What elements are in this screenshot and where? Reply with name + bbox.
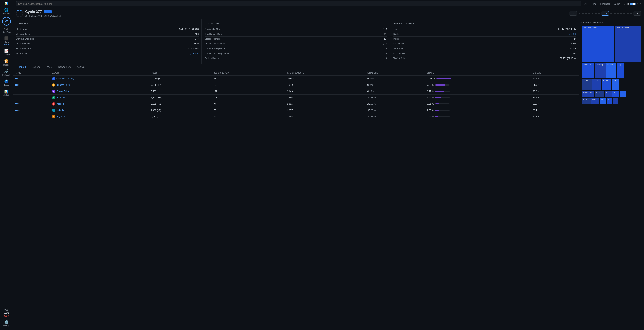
table-row: 5 P Posdog 2,562 (-11)942,516100.02 % 3.… [13, 101, 579, 107]
sigma-share-cell: 32.5 % [530, 94, 579, 101]
cycle-nav-right[interactable]: 384 [633, 11, 641, 16]
cycle-nav-dot-4[interactable] [588, 12, 590, 14]
baker-link[interactable]: C Coinbase Custody [52, 77, 147, 80]
cycle-nav-dot-7[interactable] [598, 12, 600, 14]
sidebar-item-activity[interactable]: 📈 Activity [0, 48, 13, 58]
sidebar-item-block[interactable]: ⬛ Block 1,546,802 [0, 35, 13, 48]
cycle-nav-current[interactable]: 377 [601, 11, 609, 16]
tab-losers[interactable]: Losers [43, 64, 56, 70]
api-link[interactable]: API [584, 2, 588, 5]
usd-section: USD 2.93 -0.3 % [3, 307, 10, 318]
tab-gainers[interactable]: Gainers [29, 64, 43, 70]
treemap-cell[interactable]: Everstake [582, 90, 594, 97]
rank-cell: 4 [13, 94, 50, 101]
treemap-cell-label: Binance Baker [616, 26, 629, 28]
cycle-nav-dot-10[interactable] [617, 12, 619, 14]
info-value: 85,168 [570, 47, 576, 50]
rolls-cell: 11,200 (+37) [149, 76, 211, 82]
treemap-cell[interactable]: Foundat..6 [591, 98, 599, 104]
info-value[interactable]: 1,544,274 [189, 52, 198, 55]
feedback-link[interactable]: Feedback [600, 2, 610, 5]
treemap-cell[interactable]: Foundat..1 [582, 98, 591, 104]
tab-inactive[interactable]: Inactive [74, 64, 88, 70]
rank-cell: 3 [13, 88, 50, 94]
treemap-cell[interactable]: Tezg.. [613, 98, 618, 104]
baker-cell: C Coinbase Custody [50, 76, 149, 82]
cycle-nav-dot-13[interactable] [627, 12, 628, 14]
search-input[interactable] [16, 1, 582, 6]
treemap-cell[interactable]: Foundat..4 [592, 78, 602, 90]
cycle-nav-dot-12[interactable] [624, 12, 625, 14]
cycle-nav-dot-1[interactable] [578, 12, 580, 14]
sidebar-item-markets[interactable]: 📊 Markets [0, 88, 13, 98]
cycle-nav-dot-5[interactable] [592, 12, 593, 14]
baker-link[interactable]: E Everstake [52, 96, 147, 99]
protocols-label: Protocols [2, 74, 11, 76]
block-icon: ⬛ [4, 36, 9, 40]
baker-link[interactable]: P PayTezos [52, 115, 147, 118]
cycle-dates: Jul 5, 2021 17:52 – Jul 8, 2021 15:19 [25, 14, 61, 17]
info-row: Block1,519,360 [393, 32, 576, 36]
treemap-cell[interactable]: P2P Val..or [595, 90, 604, 97]
info-label: Priority Min-Max [204, 28, 220, 30]
cycle-nav-dot-8[interactable] [610, 12, 612, 14]
share-cell: 3.01 % [425, 101, 530, 107]
treemap-cell[interactable]: Foundat..3 [604, 90, 612, 97]
cycle-nav-dot-11[interactable] [620, 12, 622, 14]
baker-link[interactable]: K Kraken Baker [52, 90, 147, 93]
treemap-cell[interactable]: Binance Baker [615, 26, 642, 62]
election-label: Election [3, 84, 10, 86]
baker-link[interactable]: B Binance Baker [52, 84, 147, 87]
rolls-cell: 2,495 (+2) [149, 107, 211, 114]
snapshot-rows: TimeJun 17, 2021 15:44Block1,519,360Inde… [393, 27, 576, 61]
treemap-cell[interactable]: Chorus..ne [620, 90, 626, 97]
endorsements-cell: 10,912 [285, 76, 364, 82]
treemap-cell[interactable]: Coinbase Custody [582, 26, 614, 62]
treemap-cell[interactable]: Foundat..8 [612, 78, 620, 90]
currency-toggle[interactable] [630, 2, 636, 6]
share-progress-fill [435, 110, 439, 111]
sidebar-item-cycle[interactable]: Cycle +1d 47min [0, 26, 13, 35]
cycle-nav-dot-2[interactable] [582, 12, 584, 14]
treemap-cell[interactable]: Staked [600, 98, 606, 104]
tab-top-20[interactable]: Top 20 [16, 64, 29, 70]
cycle-date-separator: – [42, 14, 44, 17]
baker-link[interactable]: P Posdog [52, 102, 147, 106]
guide-link[interactable]: Guide [614, 2, 620, 5]
cycle-nav-dot-6[interactable] [595, 12, 596, 14]
endorsements-cell: 2,516 [285, 101, 364, 107]
share-cell: 2.93 % [425, 107, 530, 114]
treemap-cell[interactable]: tz3gt..RS [607, 98, 613, 104]
sidebar-item-settings[interactable]: ⚙️ Settings [2, 318, 11, 328]
topnav-links: API Blog Feedback Guide USD XTZ [584, 2, 641, 6]
tab-newcomers[interactable]: Newcomers [56, 64, 74, 70]
treemap-cell[interactable]: Foundat..5 [582, 78, 592, 90]
treemap-cell-label: Posdog [596, 64, 603, 66]
blog-link[interactable]: Blog [592, 2, 596, 5]
treemap-cell[interactable]: stakefish [606, 63, 616, 78]
treemap-cell[interactable]: Kraken Baker [582, 63, 594, 78]
settings-label: Settings [3, 324, 10, 327]
cycle-nav-dot-9[interactable] [614, 12, 616, 14]
cycle-badge[interactable]: 377 [2, 17, 11, 26]
sidebar-item-protocols[interactable]: 🔗 Protocols [0, 68, 13, 78]
table-row: 1 C Coinbase Custody 11,200 (+37)36310,9… [13, 76, 579, 82]
baker-link[interactable]: S stakefish [52, 108, 147, 112]
currency-toggle-group: USD XTZ [624, 2, 641, 6]
share-progress-fill [436, 78, 451, 79]
share-progress-fill [435, 91, 444, 92]
treemap-cell[interactable]: Foundat..2 [612, 90, 619, 97]
info-value[interactable]: 1,519,360 [567, 33, 576, 35]
treemap-cell[interactable]: Foundat..7 [602, 78, 612, 90]
treemap-cell[interactable]: PayTezos [616, 63, 624, 78]
sigma-share-cell: 28.0 % [530, 88, 579, 94]
sidebar-item-election[interactable]: 🗳️ Election [0, 78, 13, 88]
sidebar-item-mainnet[interactable]: 🌐 Mainnet [0, 6, 13, 16]
cycle-nav-left[interactable]: 370 [569, 11, 577, 16]
treemap-cell[interactable]: Posdog [595, 63, 606, 78]
sidebar-item-bakers[interactable]: 🍞 Bakers [0, 58, 13, 68]
cycle-nav-dot-3[interactable] [585, 12, 587, 14]
cycle-nav-dot-14[interactable] [630, 12, 632, 14]
info-value: 98 % [382, 33, 387, 35]
info-row: Double Baking Events0 [204, 46, 387, 51]
